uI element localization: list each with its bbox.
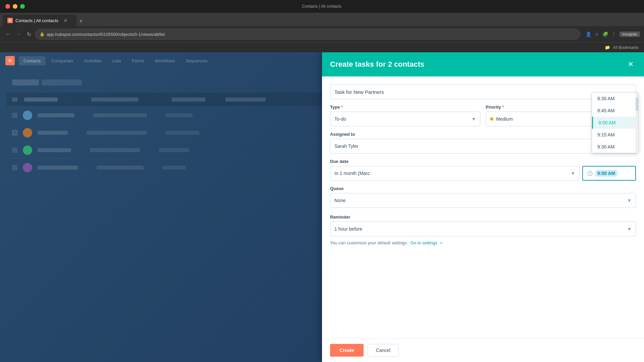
settings-hint-text: You can customize your default settings. [330,240,408,245]
priority-dot [490,117,493,121]
time-option-900[interactable]: 9:00 AM [592,117,638,129]
type-chevron-icon: ▼ [471,116,476,122]
app-content: H Contacts Companies Activities Lists Fo… [0,52,644,362]
new-tab-button[interactable]: + [76,18,86,25]
reminder-label: Reminder [330,215,636,220]
time-option-915[interactable]: 9:15 AM [592,129,638,141]
due-date-input[interactable]: In 1 month (Marc ▼ [330,166,580,181]
dropdown-scrollbar-track [636,93,638,153]
type-value: To-do [334,116,346,122]
nav-tab-companies: Companies [47,56,78,65]
clock-icon: 🕐 [587,171,593,176]
due-date-value: In 1 month (Marc [334,171,370,176]
external-link-icon: ↗ [439,241,442,245]
assigned-to-label: Assigned to [330,132,636,137]
dropdown-scrollbar-thumb[interactable] [636,98,638,111]
incognito-badge: Incognito [620,32,640,37]
task-name-input[interactable] [330,84,636,99]
cancel-button[interactable]: Cancel [368,344,399,357]
nav-tab-forms: Forms [127,56,149,65]
reminder-section: Reminder 1 hour before ▼ [330,215,636,236]
time-option-830[interactable]: 8:30 AM [592,93,638,105]
active-tab[interactable]: H Contacts | All contacts ✕ [3,15,76,26]
due-date-section: Due date In 1 month (Marc ▼ 🕐 9:00 AM [330,159,636,181]
due-date-chevron-icon: ▼ [571,171,575,176]
nav-tab-lists: Lists [107,56,126,65]
tab-close-icon[interactable]: ✕ [64,18,67,23]
tab-title: Contacts | All contacts [15,18,58,23]
type-label: Type * [330,105,480,110]
assigned-to-section: Assigned to Sarah Tyler [330,132,636,154]
modal-close-button[interactable]: ✕ [625,59,636,70]
minimize-window-btn[interactable] [13,4,17,9]
title-bar: Contacts | All contacts [0,0,644,13]
window-controls [5,4,25,9]
time-option-930[interactable]: 9:30 AM [592,141,638,153]
reminder-select[interactable]: 1 hour before ▼ [330,222,636,236]
reload-btn[interactable]: ↻ [25,30,33,39]
queue-chevron-icon: ▼ [627,198,632,203]
queue-select[interactable]: None ▼ [330,193,636,208]
create-button[interactable]: Create [330,344,364,357]
modal-title: Create tasks for 2 contacts [330,60,424,69]
queue-value: None [334,198,345,203]
address-bar-row: ← → ↻ 🔒 app.hubspot.com/contacts/4510550… [0,26,644,42]
lock-icon: 🔒 [40,32,45,37]
maximize-window-btn[interactable] [20,4,25,9]
time-value: 9:00 AM [595,170,617,177]
type-priority-row: Type * To-do ▼ Priority * [330,105,636,126]
close-window-btn[interactable] [5,4,10,9]
back-btn[interactable]: ← [4,30,12,39]
queue-section: Queue None ▼ [330,186,636,208]
assigned-to-input[interactable]: Sarah Tyler [330,139,636,154]
tab-favicon: H [7,18,13,23]
bg-nav-tabs: H Contacts Companies Activities Lists Fo… [0,52,322,69]
bookmarks-bar: 📁 All Bookmarks [0,42,644,52]
bg-table-content [7,72,322,362]
nav-tab-contacts: Contacts [19,56,45,65]
settings-link[interactable]: Go to settings ↗ [411,240,442,245]
reminder-value: 1 hour before [334,226,362,232]
nav-tab-activities: Activities [79,56,106,65]
nav-tab-workflows: Workflows [150,56,180,65]
extensions-icon[interactable]: 🧩 [602,32,608,37]
type-select[interactable]: To-do ▼ [330,112,480,126]
reminder-chevron-icon: ▼ [627,226,632,232]
time-dropdown: 8:30 AM 8:45 AM 9:00 AM 9:15 AM [592,92,639,153]
modal-body: Type * To-do ▼ Priority * [322,76,644,338]
queue-label: Queue [330,186,636,191]
time-input-display[interactable]: 🕐 9:00 AM [582,166,636,181]
modal-footer: Create Cancel [322,338,644,362]
window-title: Contacts | All contacts [302,4,341,9]
all-bookmarks-link[interactable]: All Bookmarks [613,45,639,50]
time-option-845[interactable]: 8:45 AM [592,105,638,117]
type-field-group: Type * To-do ▼ [330,105,480,126]
due-date-label: Due date [330,159,636,164]
profile-icon: 👤 [586,32,591,37]
address-bar[interactable]: 🔒 app.hubspot.com/contacts/45105500/obje… [35,29,580,40]
settings-hint-row: You can customize your default settings.… [330,240,636,245]
forward-btn[interactable]: → [15,30,23,39]
bookmark-icon[interactable]: ☆ [595,32,599,37]
priority-value: Medium [496,116,513,122]
tab-bar: H Contacts | All contacts ✕ + [0,13,644,26]
nav-tab-sequences: Sequences [181,56,212,65]
settings-icon[interactable]: ⋮ [611,32,616,37]
modal-header: Create tasks for 2 contacts ✕ [322,52,644,76]
toolbar-icons: 👤 ☆ 🧩 ⋮ Incognito [586,32,640,37]
modal-panel: Create tasks for 2 contacts ✕ Type * To-… [322,52,644,362]
bookmarks-folder-icon: 📁 [605,45,610,50]
url-text: app.hubspot.com/contacts/45105500/object… [47,32,165,37]
